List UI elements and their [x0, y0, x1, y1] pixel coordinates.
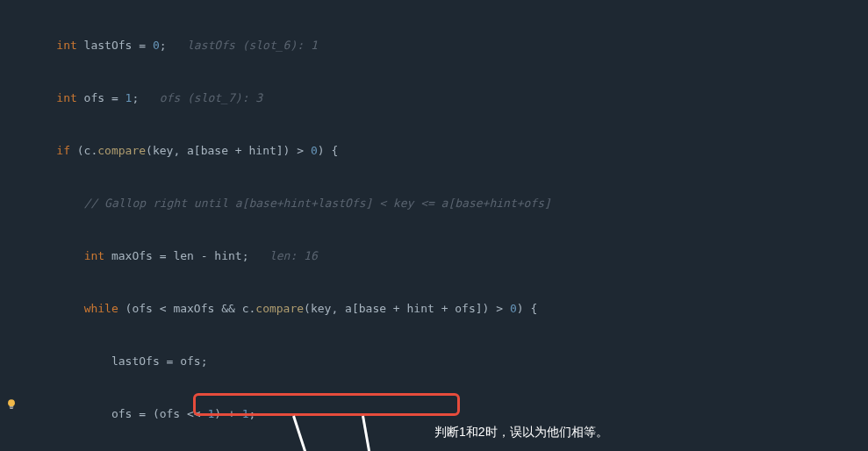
code-line[interactable]: // Gallop right until a[base+hint+lastOf…: [29, 195, 868, 212]
svg-point-0: [8, 399, 15, 406]
debug-inline-hint: lastOfs (slot_6): 1: [187, 39, 318, 52]
svg-rect-2: [10, 408, 13, 409]
editor-gutter: [0, 0, 29, 451]
code-line[interactable]: lastOfs = ofs;: [29, 353, 868, 370]
code-line[interactable]: int lastOfs = 0; lastOfs (slot_6): 1: [29, 37, 868, 54]
code-line[interactable]: int maxOfs = len - hint; len: 16: [29, 247, 868, 265]
code-line[interactable]: ofs = (ofs << 1) + 1;: [29, 405, 868, 423]
debug-inline-hint: len: 16: [269, 249, 318, 262]
debug-inline-hint: ofs (slot_7): 3: [160, 91, 262, 104]
code-line[interactable]: while (ofs < maxOfs && c.compare(key, a[…: [29, 300, 868, 318]
code-line[interactable]: int ofs = 1; ofs (slot_7): 3: [29, 89, 868, 107]
code-line[interactable]: if (c.compare(key, a[base + hint]) > 0) …: [29, 142, 868, 160]
intention-bulb-icon[interactable]: [5, 398, 18, 411]
svg-rect-1: [10, 406, 13, 407]
code-editor[interactable]: int lastOfs = 0; lastOfs (slot_6): 1 int…: [0, 0, 868, 451]
